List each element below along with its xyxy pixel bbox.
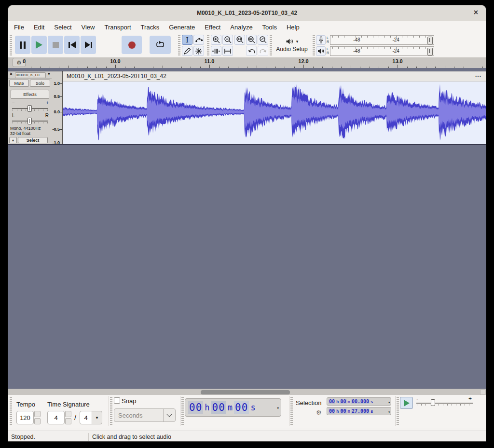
menu-select[interactable]: Select xyxy=(49,24,76,31)
redo-button[interactable] xyxy=(258,46,268,56)
sel-unit: m xyxy=(347,399,351,404)
sel-end-seconds[interactable]: 27.000 xyxy=(351,408,370,414)
selection-tool-button[interactable]: I xyxy=(182,35,192,45)
audio-setup-button[interactable]: ▾ Audio Setup xyxy=(273,35,311,56)
speed-toolbar-grip[interactable] xyxy=(397,397,399,425)
timesig-lower-value[interactable]: 4 xyxy=(80,411,92,424)
menu-help[interactable]: Help xyxy=(282,24,304,31)
time-seconds[interactable]: 00 xyxy=(234,401,249,414)
recording-volume-slider[interactable] xyxy=(427,37,433,44)
skip-to-end-button[interactable] xyxy=(81,36,96,54)
selection-end-field[interactable]: 00h00m27.000s ▾ xyxy=(327,407,391,415)
sel-end-hours[interactable]: 00 xyxy=(329,408,335,414)
selection-label: Selection xyxy=(296,399,321,407)
track-menu-dropdown-icon[interactable]: ▼ xyxy=(47,72,51,76)
gain-slider-handle[interactable] xyxy=(27,105,32,112)
selection-toolbar-grip[interactable] xyxy=(290,397,293,425)
solo-button[interactable]: Solo xyxy=(30,80,50,87)
record-button[interactable] xyxy=(122,36,142,54)
undo-button[interactable] xyxy=(246,46,257,56)
envelope-tool-button[interactable] xyxy=(193,35,204,45)
track-clip: M0010_K_L01_2023-05-20T10_03_42 ... xyxy=(63,71,486,144)
fit-selection-button[interactable] xyxy=(234,35,245,45)
skip-to-start-button[interactable] xyxy=(64,36,80,54)
tools-toolbar-grip[interactable] xyxy=(178,35,180,55)
speed-slider-handle[interactable] xyxy=(431,399,435,406)
track-name-menu[interactable]: M0010_K_L0 xyxy=(15,72,46,78)
loop-button[interactable] xyxy=(150,36,171,54)
mute-button[interactable]: Mute xyxy=(9,80,29,87)
playback-volume-slider[interactable] xyxy=(427,48,433,55)
pause-button[interactable] xyxy=(15,36,30,54)
clip-title-bar[interactable]: M0010_K_L01_2023-05-20T10_03_42 ... xyxy=(63,71,486,81)
multi-tool-button[interactable] xyxy=(193,46,204,56)
time-toolbar-grip[interactable] xyxy=(181,397,184,425)
clip-overflow-menu[interactable]: ... xyxy=(475,70,481,80)
title-bar[interactable]: M0010_K_L01_2023-05-20T10_03_42 × xyxy=(8,5,486,21)
draw-tool-button[interactable] xyxy=(182,46,192,56)
vertical-ruler[interactable]: 1.00.50.0-0.5-1.0 xyxy=(52,71,63,144)
timesig-toolbar-grip[interactable] xyxy=(10,397,12,425)
window-close-button[interactable]: × xyxy=(474,5,478,20)
vruler-tick xyxy=(60,129,62,130)
zoom-out-button[interactable] xyxy=(222,35,233,45)
transport-toolbar-grip[interactable] xyxy=(10,35,12,55)
zoom-toggle-button[interactable] xyxy=(258,35,268,45)
timesig-upper-spinner[interactable] xyxy=(65,411,71,424)
speed-slider-track[interactable] xyxy=(416,403,473,404)
meter-toolbar-grip[interactable] xyxy=(313,35,315,55)
trim-audio-button[interactable] xyxy=(211,46,221,56)
snap-mode-combo[interactable]: Seconds xyxy=(114,408,176,422)
horizontal-scrollbar[interactable] xyxy=(8,389,486,395)
snap-toolbar-grip[interactable] xyxy=(110,397,112,425)
menu-analyze[interactable]: Analyze xyxy=(225,24,257,31)
menu-tracks[interactable]: Tracks xyxy=(136,24,165,31)
time-hours[interactable]: 00 xyxy=(188,401,203,414)
sel-format-dropdown-icon[interactable]: ▾ xyxy=(388,410,390,414)
waveform[interactable] xyxy=(63,81,486,144)
time-format-dropdown-icon[interactable]: ▾ xyxy=(277,406,279,410)
playback-meter-bar[interactable]: -48 -24 xyxy=(330,46,434,56)
snap-combo-arrow[interactable] xyxy=(163,409,175,421)
playback-meter-button[interactable] xyxy=(316,46,326,56)
tempo-spinner[interactable] xyxy=(34,411,41,424)
edit-toolbar-grip[interactable] xyxy=(207,35,209,55)
collapse-track-button[interactable]: ▲ xyxy=(9,137,17,143)
horizontal-scrollbar-thumb[interactable] xyxy=(201,390,290,394)
zoom-in-button[interactable] xyxy=(211,35,221,45)
record-meter-button[interactable] xyxy=(316,35,326,45)
menu-edit[interactable]: Edit xyxy=(29,24,49,31)
track-close-button[interactable]: × xyxy=(10,71,13,77)
sel-start-seconds[interactable]: 00.000 xyxy=(351,399,370,404)
timesig-upper-input[interactable]: 4 xyxy=(47,411,65,424)
recording-meter-bar[interactable]: -48 -24 xyxy=(330,35,434,45)
snap-checkbox[interactable] xyxy=(114,397,120,404)
timesig-lower-dropdown[interactable]: ▼ xyxy=(92,411,102,424)
sel-end-minutes[interactable]: 00 xyxy=(340,408,346,414)
menu-tools[interactable]: Tools xyxy=(258,24,282,31)
pan-slider-handle[interactable] xyxy=(27,118,32,124)
menu-effect[interactable]: Effect xyxy=(200,24,225,31)
effects-button[interactable]: Effects xyxy=(11,90,49,99)
menu-view[interactable]: View xyxy=(77,24,100,31)
menu-file[interactable]: File xyxy=(9,24,29,31)
menu-generate[interactable]: Generate xyxy=(164,24,200,31)
sel-start-minutes[interactable]: 00 xyxy=(340,399,346,404)
audio-position-display[interactable]: 00h00m00s ▾ xyxy=(185,398,281,417)
track-canvas[interactable]: × M0010_K_L0 ▼ Mute Solo Effects − + L R xyxy=(8,68,486,389)
audio-setup-grip[interactable] xyxy=(270,35,272,55)
selection-settings-gear-icon[interactable]: ⚙ xyxy=(316,409,322,416)
time-minutes[interactable]: 00 xyxy=(211,401,226,414)
fit-project-button[interactable] xyxy=(246,35,257,45)
sel-start-hours[interactable]: 00 xyxy=(329,399,335,404)
stop-button[interactable] xyxy=(48,36,63,54)
timeline-ruler[interactable]: ⚙ 010.011.012.013.0 xyxy=(8,57,486,68)
sel-format-dropdown-icon[interactable]: ▾ xyxy=(388,400,390,405)
menu-transport[interactable]: Transport xyxy=(99,24,136,31)
tempo-input[interactable]: 120 xyxy=(16,411,34,424)
selection-start-field[interactable]: 00h00m00.000s ▾ xyxy=(327,397,391,406)
play-button[interactable] xyxy=(31,36,47,54)
silence-audio-button[interactable] xyxy=(222,46,233,56)
play-at-speed-button[interactable] xyxy=(400,397,413,409)
track-select-button[interactable]: Select xyxy=(18,137,48,143)
